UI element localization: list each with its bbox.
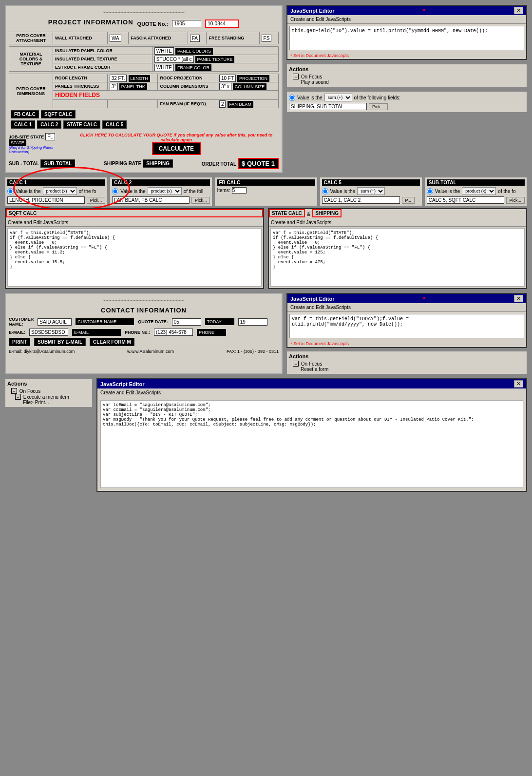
state-calc-code[interactable]: var f = this.getField("STATE"); if (f.va… — [270, 228, 525, 287]
panel-color-dropdown[interactable]: PANEL COLORS — [175, 48, 213, 55]
js-editor-top-close[interactable]: ✕ — [514, 7, 523, 14]
calc2-fields-input[interactable] — [112, 196, 190, 204]
sub-total-fields-row: Pick... — [427, 196, 525, 204]
shipping-value[interactable]: SHIPPING — [143, 159, 173, 168]
value-pick-btn[interactable]: Pick... — [369, 103, 388, 110]
calc5-button[interactable]: CALC 5 — [102, 120, 127, 129]
js-editor-contact-code[interactable]: var f = this.getField("TODAY");f.value =… — [289, 314, 524, 338]
footer-fax: FAX: 1 - (305) - 392 - 0311 — [227, 349, 279, 354]
fb-calc-items-value[interactable] — [232, 187, 247, 194]
js-editor-top-code[interactable]: this.getField("ID").value = util.printd(… — [289, 26, 524, 50]
submit-button[interactable]: SUBMIT BY E-MAIL — [34, 338, 86, 346]
roof-length-value[interactable]: 32 FT. — [110, 75, 127, 82]
calc5-radio[interactable] — [322, 188, 328, 194]
quote-id-value[interactable]: 10-0844 — [205, 19, 239, 28]
calc2-pick-btn[interactable]: Pick... — [191, 197, 210, 204]
js-editor-top-titlebar: JavaScript Editor * ✕ — [287, 6, 526, 15]
quote-no-label: QUOTE No.: — [137, 21, 169, 27]
sub-total-radio[interactable] — [427, 188, 433, 194]
print-button[interactable]: PRINT — [9, 338, 30, 346]
calc5-value-row: Value is the sum (+) — [322, 187, 420, 195]
minus-icon-top[interactable]: − — [293, 74, 299, 79]
customer-name-value[interactable]: SAID AGUIL — [38, 318, 72, 326]
panel-texture-dropdown[interactable]: PANEL TEXTURE — [195, 56, 235, 63]
sub-total-section: SUB - TOTAL SUB-TOTAL — [9, 159, 75, 168]
minus-icon-print[interactable]: − — [11, 388, 17, 394]
calc1-button[interactable]: CALC 1 — [11, 120, 35, 129]
email-value[interactable]: SDSDSDSDSD — [29, 329, 68, 336]
value-operation-select[interactable]: sum (+) — [324, 94, 352, 101]
panel-color-value[interactable]: WHITE — [154, 47, 174, 55]
hidden-fields-label: HIDDEN FIELDS — [55, 92, 100, 98]
roof-projection-dropdown[interactable]: PROJECTION — [237, 75, 269, 82]
sub-total-fields-input[interactable] — [427, 196, 504, 204]
panel-texture-label: INSULATED PANEL TEXTURE — [53, 55, 152, 63]
calc5-pick-btn[interactable]: P... — [402, 197, 415, 204]
column-dimensions-dropdown[interactable]: COLUMN SIZE — [233, 83, 267, 90]
js-editor-submit-close[interactable]: ✕ — [514, 380, 523, 388]
sqft-calc-code[interactable]: var f = this.getField("STATE"); if (f.va… — [7, 228, 262, 287]
sub-total-pick-btn[interactable]: Pick... — [506, 197, 525, 204]
phone-value[interactable]: (123) 454-678 — [154, 329, 193, 336]
frame-color-value[interactable]: WHITE — [154, 64, 174, 71]
quote-date-value[interactable]: 05 — [172, 318, 201, 326]
calc2-button[interactable]: CALC 2 — [37, 120, 61, 129]
frame-color-label: ESTRUCT. FRAME COLOR — [53, 63, 152, 72]
state-calc-button[interactable]: STATE CALC — [63, 120, 100, 129]
calc5-operation-select[interactable]: sum (+) — [357, 187, 385, 195]
fb-calc-button[interactable]: FB CALC — [11, 110, 39, 118]
roof-projection-label: ROOF PROJECTION — [158, 74, 217, 82]
panel-texture-value[interactable]: STUCCO * (all c — [154, 56, 194, 63]
customer-name-label: CUSTOMER NAME: — [9, 317, 34, 327]
value-fields-input[interactable] — [289, 103, 367, 110]
column-dimensions-value[interactable]: 3" x — [219, 83, 231, 90]
calc1-fields-input[interactable] — [7, 196, 85, 204]
job-site-value[interactable]: FL — [45, 133, 55, 140]
js-editor-submit-code[interactable]: var toEmail = "saguilera@asaluminum.com"… — [100, 400, 523, 488]
actions-panel-print: Actions − On Focus − Execute a menu item… — [5, 378, 93, 407]
calc2-operation-select[interactable]: product (x) — [148, 187, 182, 195]
sub-total-value[interactable]: SUB-TOTAL — [40, 159, 75, 168]
calc1-operation-select[interactable]: product (x) — [43, 187, 77, 195]
action-label-top: Play a sound — [301, 79, 329, 85]
fan-beam-dropdown[interactable]: FAN BEAM — [228, 101, 254, 108]
fascia-attached-field[interactable]: FA — [190, 35, 200, 42]
panels-thickness-dropdown[interactable]: PANEL THK — [119, 83, 147, 90]
order-total-value[interactable]: $ QUOTE 1 — [238, 158, 279, 169]
sub-total-operation-select[interactable]: product (x) — [462, 187, 496, 195]
calc2-value-row: Value is the product (x) of the foll — [112, 187, 210, 195]
calc1-radio[interactable] — [7, 188, 14, 194]
footer-web: w.w.w.ASaluminum.com — [127, 349, 174, 354]
phone-field[interactable]: PHONE — [197, 329, 226, 336]
minus-icon-print2[interactable]: − — [15, 394, 21, 400]
free-standing-field[interactable]: FS — [262, 35, 272, 42]
calc1-value-label: Value is the — [16, 189, 41, 194]
wall-attached-field[interactable]: WA — [110, 35, 121, 42]
calc2-radio[interactable] — [112, 188, 118, 194]
frame-color-dropdown[interactable]: FRAME COLOR — [175, 64, 211, 71]
clear-button[interactable]: CLEAR FORM M — [90, 338, 134, 346]
quote-no-value[interactable]: 1905 — [172, 20, 201, 27]
roof-projection-value[interactable]: 10 FT — [219, 75, 236, 82]
job-site-section: JOB-SITE STATE FL STATE (Req'd for Shipp… — [9, 134, 69, 154]
panel-color-label: INSULATED PANEL COLOR — [53, 47, 152, 55]
quote-date-suffix[interactable]: 19 — [238, 318, 267, 326]
state-calc-subtitle: Create and Edit JavaScripts — [269, 219, 526, 227]
sqft-calc-button[interactable]: SQFT CALC — [41, 110, 76, 118]
fan-beam-value[interactable]: 2 — [219, 100, 226, 108]
patio-dimensions-label: PATIO COVER DIMENSIONS — [9, 74, 53, 108]
value-is-radio[interactable] — [289, 95, 295, 101]
email-field[interactable]: E-MAIL — [72, 329, 121, 336]
calc5-fields-input[interactable] — [322, 196, 400, 204]
customer-name-field[interactable]: CUSTOMER NAME — [76, 318, 134, 325]
calc1-pick-btn[interactable]: Pick... — [87, 197, 106, 204]
panels-thickness-value[interactable]: 3" — [110, 83, 118, 90]
free-standing-label: FREE STANDING — [207, 32, 259, 44]
shipping-label: SHIPPING RATE — [104, 161, 141, 166]
calculate-button[interactable]: CALCULATE — [152, 142, 201, 155]
minus-icon-contact[interactable]: − — [293, 361, 299, 367]
roof-length-dropdown[interactable]: LENGTH — [129, 75, 151, 82]
js-editor-contact-close[interactable]: ✕ — [514, 295, 523, 302]
quote-date-field[interactable]: TODAY — [205, 318, 234, 325]
sub-total-label: SUB - TOTAL — [9, 161, 39, 166]
